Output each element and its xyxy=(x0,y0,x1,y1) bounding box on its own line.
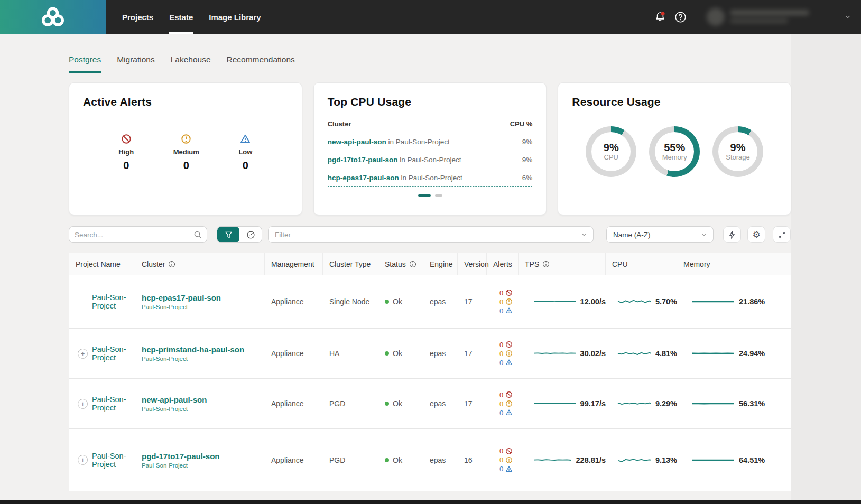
project-link[interactable]: Paul-Son-Project xyxy=(92,452,135,469)
page-dot-active[interactable] xyxy=(418,194,431,197)
expand-row-button[interactable]: + xyxy=(78,349,88,359)
high-alert-count[interactable]: 0 xyxy=(499,341,503,349)
version-cell: 17 xyxy=(458,329,487,378)
user-account-area[interactable] xyxy=(703,6,841,28)
nav-item-estate[interactable]: Estate xyxy=(161,0,201,34)
cpu-cell: 4.81% xyxy=(606,329,677,378)
cluster-project-sublink[interactable]: Paul-Son-Project xyxy=(142,304,188,310)
high-alert-count[interactable]: 0 xyxy=(499,447,503,455)
cluster-link[interactable]: hcp-primstand-ha-paul-son xyxy=(142,345,244,354)
col-alerts[interactable]: Alerts xyxy=(487,253,519,275)
tps-sparkline xyxy=(533,455,571,465)
top-cpu-pagination xyxy=(328,194,533,197)
status-cell: Ok xyxy=(378,429,423,491)
col-cpu[interactable]: CPU xyxy=(606,253,677,275)
cpu-cell: 9.29% xyxy=(606,379,677,428)
project-link[interactable]: Paul-Son-Project xyxy=(92,395,135,412)
col-project-name[interactable]: Project Name xyxy=(69,253,135,275)
gauge-view-button[interactable] xyxy=(239,227,262,242)
col-tps[interactable]: TPS xyxy=(519,253,606,275)
bell-icon xyxy=(654,11,666,23)
memory-cell: 24.94% xyxy=(677,329,791,378)
tab-postgres[interactable]: Postgres xyxy=(69,51,101,73)
info-icon[interactable] xyxy=(168,260,175,268)
expand-row-button[interactable]: + xyxy=(78,455,88,465)
cluster-project-sublink[interactable]: Paul-Son-Project xyxy=(142,406,188,412)
alert-medium-count: 0 xyxy=(183,160,189,172)
col-management[interactable]: Management xyxy=(265,253,323,275)
cluster-project-sublink[interactable]: Paul-Son-Project xyxy=(142,356,188,362)
cpu-value: 9.29% xyxy=(655,399,677,408)
warning-circle-icon xyxy=(505,400,513,407)
low-alert-count[interactable]: 0 xyxy=(499,465,503,473)
medium-alert-count[interactable]: 0 xyxy=(499,400,503,408)
search-button[interactable] xyxy=(189,227,207,242)
cluster-link[interactable]: new-api-paul-son xyxy=(142,395,207,404)
memory-sparkline xyxy=(692,349,734,358)
low-alert-count[interactable]: 0 xyxy=(499,359,503,367)
project-link[interactable]: Paul-Son-Project xyxy=(92,293,135,310)
storage-donut-value: 9% xyxy=(726,142,750,154)
cluster-link[interactable]: hcp-epas17-paul-son xyxy=(328,174,399,182)
table-row[interactable]: + Paul-Son-Project hcp-primstand-ha-paul… xyxy=(69,329,791,379)
alerts-cell: 0 0 0 xyxy=(487,429,519,491)
col-status[interactable]: Status xyxy=(378,253,423,275)
avatar xyxy=(707,8,725,26)
cluster-link[interactable]: new-api-paul-son xyxy=(328,138,386,146)
cluster-link[interactable]: hcp-epas17-paul-son xyxy=(142,293,221,302)
tab-migrations[interactable]: Migrations xyxy=(117,51,155,73)
filter-select[interactable]: Filter xyxy=(268,226,594,243)
sort-value: Name (A-Z) xyxy=(613,231,651,239)
high-alert-count[interactable]: 0 xyxy=(499,391,503,399)
low-alert-count[interactable]: 0 xyxy=(499,409,503,417)
medium-alert-count[interactable]: 0 xyxy=(499,456,503,464)
medium-alert-count[interactable]: 0 xyxy=(499,298,503,306)
nav-item-projects[interactable]: Projects xyxy=(114,0,161,34)
alerts-cell: 0 0 0 xyxy=(487,379,519,428)
expand-row-button[interactable]: + xyxy=(78,399,88,409)
tab-lakehouse[interactable]: Lakehouse xyxy=(171,51,211,73)
cpu-percent: 9% xyxy=(522,156,533,164)
tab-recommendations[interactable]: Recommendations xyxy=(227,51,295,73)
low-alert-count[interactable]: 0 xyxy=(499,307,503,315)
cpu-value: 5.70% xyxy=(655,297,677,306)
high-alert-count[interactable]: 0 xyxy=(499,289,503,297)
page-dot[interactable] xyxy=(435,194,442,197)
tps-value: 12.00/s xyxy=(580,297,606,306)
fullscreen-button[interactable] xyxy=(773,226,791,243)
table-row[interactable]: + Paul-Son-Project new-api-paul-son Paul… xyxy=(69,379,791,429)
right-margin xyxy=(791,34,861,504)
col-version[interactable]: Version xyxy=(458,253,487,275)
info-icon[interactable] xyxy=(409,260,416,268)
col-cluster[interactable]: Cluster xyxy=(135,253,265,275)
cluster-link[interactable]: pgd-17to17-paul-son xyxy=(328,156,398,164)
table-row[interactable]: + Paul-Son-Project pgd-17to17-paul-son P… xyxy=(69,429,791,491)
search-input[interactable] xyxy=(69,231,189,239)
edb-logo[interactable] xyxy=(0,0,106,34)
cpu-value: 9.13% xyxy=(655,456,677,464)
filter-view-button[interactable] xyxy=(217,227,239,242)
cpu-cell: 9.13% xyxy=(606,429,677,491)
table-settings-button[interactable]: ⚙ xyxy=(747,226,765,243)
quick-actions-button[interactable] xyxy=(723,226,741,243)
info-icon[interactable] xyxy=(542,260,550,268)
cluster-link[interactable]: pgd-17to17-paul-son xyxy=(142,452,220,461)
nav-item-image-library[interactable]: Image Library xyxy=(201,0,269,34)
alert-low-label: Low xyxy=(238,148,252,156)
user-menu-chevron[interactable] xyxy=(844,13,851,21)
cluster-project-sublink[interactable]: Paul-Son-Project xyxy=(142,462,188,469)
project-link[interactable]: Paul-Son-Project xyxy=(92,345,135,362)
sort-select[interactable]: Name (A-Z) xyxy=(606,226,714,243)
col-memory[interactable]: Memory xyxy=(677,253,791,275)
table-row[interactable]: + Paul-Son-Project hcp-epas17-paul-son P… xyxy=(69,275,791,329)
medium-alert-count[interactable]: 0 xyxy=(499,350,503,358)
active-alerts-title: Active Alerts xyxy=(83,96,288,108)
help-button[interactable] xyxy=(670,7,690,27)
memory-value: 64.51% xyxy=(739,456,765,464)
alert-medium-label: Medium xyxy=(173,148,199,156)
col-cluster-type[interactable]: Cluster Type xyxy=(323,253,378,275)
notifications-button[interactable] xyxy=(650,7,670,27)
col-engine[interactable]: Engine xyxy=(423,253,458,275)
memory-cell: 56.31% xyxy=(677,379,791,428)
expand-icon xyxy=(778,231,786,239)
